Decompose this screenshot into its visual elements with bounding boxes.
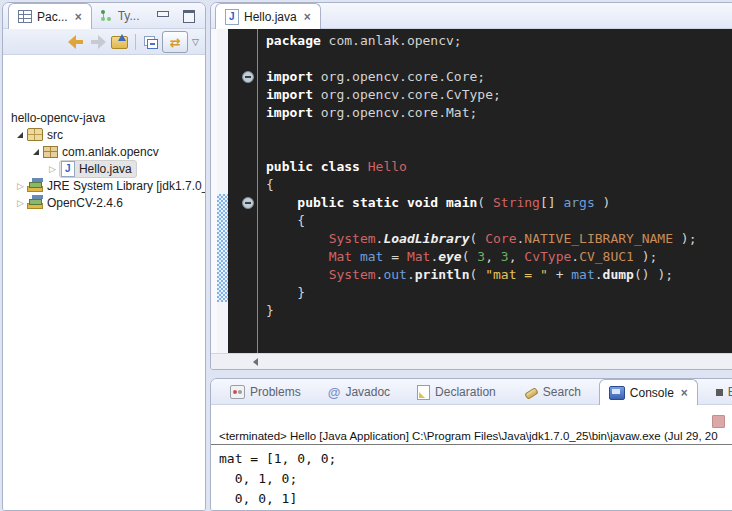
collapsed-arrow-icon[interactable]: ▷ bbox=[17, 198, 24, 208]
code-token: ); bbox=[673, 231, 696, 246]
code-token: , bbox=[509, 249, 525, 264]
code-line[interactable]: import org.opencv.core.CvType; bbox=[258, 86, 732, 104]
go-up-button[interactable] bbox=[111, 36, 128, 49]
code-token: Hello bbox=[368, 159, 407, 174]
code-line[interactable]: } bbox=[258, 284, 732, 302]
code-line[interactable]: System.out.println( "mat = " + mat.dump(… bbox=[258, 266, 732, 284]
editor-horizontal-scrollbar[interactable] bbox=[211, 353, 732, 369]
code-token: mat bbox=[360, 249, 383, 264]
fold-collapse-icon[interactable] bbox=[242, 71, 254, 83]
tree-selection: Hello.java bbox=[59, 160, 137, 178]
console-output[interactable]: mat = [1, 0, 0; 0, 1, 0; 0, 0, 1] bbox=[211, 445, 732, 509]
forward-button[interactable] bbox=[89, 35, 107, 49]
code-token: () ); bbox=[634, 267, 673, 282]
tree-item-src[interactable]: src bbox=[17, 126, 63, 143]
tree-item-label: com.anlak.opencv bbox=[62, 145, 159, 159]
collapse-all-button[interactable] bbox=[143, 35, 158, 49]
code-line[interactable]: import org.opencv.core.Mat; bbox=[258, 104, 732, 122]
tab-bug-explorer[interactable]: Bug Explorer bbox=[707, 380, 732, 404]
tab-search[interactable]: Search bbox=[514, 380, 590, 404]
terminate-button-icon[interactable] bbox=[712, 415, 725, 428]
code-line[interactable]: } bbox=[258, 302, 732, 320]
tab-type-hierarchy-label: Ty... bbox=[118, 9, 140, 23]
back-button[interactable] bbox=[67, 35, 85, 49]
code-line[interactable]: package com.anlak.opencv; bbox=[258, 32, 732, 50]
expanded-arrow-icon[interactable] bbox=[17, 132, 23, 138]
view-menu-button[interactable]: ▽ bbox=[192, 37, 199, 47]
code-line[interactable]: import org.opencv.core.Core; bbox=[258, 68, 732, 86]
code-token: package bbox=[266, 33, 321, 48]
tree-item-label: Hello.java bbox=[79, 162, 132, 176]
package-explorer-tabrow: Pac... × Ty... bbox=[3, 3, 205, 29]
expanded-arrow-icon[interactable] bbox=[33, 149, 39, 155]
tree-item-label: OpenCV-2.4.6 bbox=[47, 196, 123, 210]
code-token bbox=[266, 195, 297, 210]
code-token: . bbox=[571, 249, 579, 264]
minimize-icon[interactable] bbox=[157, 11, 169, 17]
tree-item-jre-system-library-jdk1-7-0-25[interactable]: ▷JRE System Library [jdk1.7.0_25] bbox=[17, 177, 205, 194]
collapsed-arrow-icon[interactable]: ▷ bbox=[17, 181, 24, 191]
tab-console[interactable]: Console× bbox=[599, 379, 698, 405]
scroll-left-icon[interactable] bbox=[253, 358, 258, 366]
code-token: eye bbox=[438, 249, 461, 264]
close-icon[interactable]: × bbox=[681, 388, 688, 398]
close-icon[interactable]: × bbox=[304, 12, 311, 22]
code-line[interactable]: public class Hello bbox=[258, 158, 732, 176]
tab-hello-java[interactable]: Hello.java × bbox=[215, 3, 321, 29]
maximize-icon[interactable] bbox=[183, 10, 195, 23]
tab-label: Bug Explorer bbox=[728, 385, 732, 399]
problems-icon bbox=[230, 385, 245, 399]
project-tree[interactable]: hello-opencv-javasrccom.anlak.opencv▷Hel… bbox=[3, 54, 205, 510]
bottom-tabrow: ProblemsJavadocDeclarationSearchConsole×… bbox=[211, 379, 732, 405]
code-line[interactable]: { bbox=[258, 212, 732, 230]
code-token: NATIVE_LIBRARY_NAME bbox=[524, 231, 673, 246]
tree-item-content: JRE System Library [jdk1.7.0_25] bbox=[27, 179, 205, 193]
collapsed-arrow-icon[interactable]: ▷ bbox=[49, 164, 56, 174]
code-token: println bbox=[415, 267, 470, 282]
code-token: CvType bbox=[524, 249, 571, 264]
code-token: Mat bbox=[329, 249, 352, 264]
tab-label: Problems bbox=[250, 385, 301, 399]
code-token: ( bbox=[462, 249, 478, 264]
tree-item-opencv-2-4-6[interactable]: ▷OpenCV-2.4.6 bbox=[17, 194, 123, 211]
link-arrows-icon: ⇄ bbox=[170, 36, 181, 49]
tab-type-hierarchy[interactable]: Ty... bbox=[92, 4, 149, 28]
code-token: org.opencv.core.Core; bbox=[313, 69, 485, 84]
tab-declaration[interactable]: Declaration bbox=[408, 380, 505, 404]
tab-javadoc[interactable]: Javadoc bbox=[319, 380, 399, 404]
code-line[interactable]: { bbox=[258, 176, 732, 194]
tree-item-hello-java[interactable]: ▷Hello.java bbox=[49, 160, 137, 177]
code-line[interactable]: System.LoadLibrary( Core.NATIVE_LIBRARY_… bbox=[258, 230, 732, 248]
tree-item-content: hello-opencv-java bbox=[11, 111, 105, 125]
code-token: public class bbox=[266, 159, 368, 174]
code-token: . bbox=[595, 267, 603, 282]
code-token: "mat = " bbox=[485, 267, 548, 282]
tab-label: Console bbox=[630, 386, 674, 400]
code-token: mat bbox=[571, 267, 594, 282]
range-indicator bbox=[217, 194, 228, 302]
code-line[interactable]: public static void main( String[] args ) bbox=[258, 194, 732, 212]
code-area[interactable]: package com.anlak.opencv;import org.open… bbox=[258, 29, 732, 354]
tab-package-explorer[interactable]: Pac... × bbox=[8, 3, 92, 29]
tree-item-content: OpenCV-2.4.6 bbox=[27, 196, 123, 210]
tree-item-hello-opencv-java[interactable]: hello-opencv-java bbox=[11, 109, 105, 126]
code-token: ( bbox=[470, 231, 486, 246]
package-explorer-icon bbox=[18, 10, 32, 23]
tab-problems[interactable]: Problems bbox=[221, 380, 310, 404]
tab-label: Search bbox=[543, 385, 581, 399]
tab-label: Javadoc bbox=[345, 385, 390, 399]
code-token: } bbox=[266, 285, 305, 300]
java-file-icon bbox=[61, 161, 75, 177]
tree-item-com-anlak-opencv[interactable]: com.anlak.opencv bbox=[33, 143, 159, 160]
fold-collapse-icon[interactable] bbox=[242, 197, 254, 209]
code-token: dump bbox=[603, 267, 634, 282]
code-line[interactable] bbox=[258, 122, 732, 140]
code-line[interactable]: Mat mat = Mat.eye( 3, 3, CvType.CV_8UC1 … bbox=[258, 248, 732, 266]
code-line[interactable] bbox=[258, 140, 732, 158]
close-icon[interactable]: × bbox=[75, 12, 82, 22]
editor-vertical-ruler[interactable] bbox=[217, 29, 228, 354]
code-line[interactable] bbox=[258, 50, 732, 68]
link-with-editor-button[interactable]: ⇄ bbox=[162, 31, 188, 53]
code-token bbox=[266, 231, 329, 246]
editor-fold-gutter[interactable] bbox=[228, 29, 258, 354]
